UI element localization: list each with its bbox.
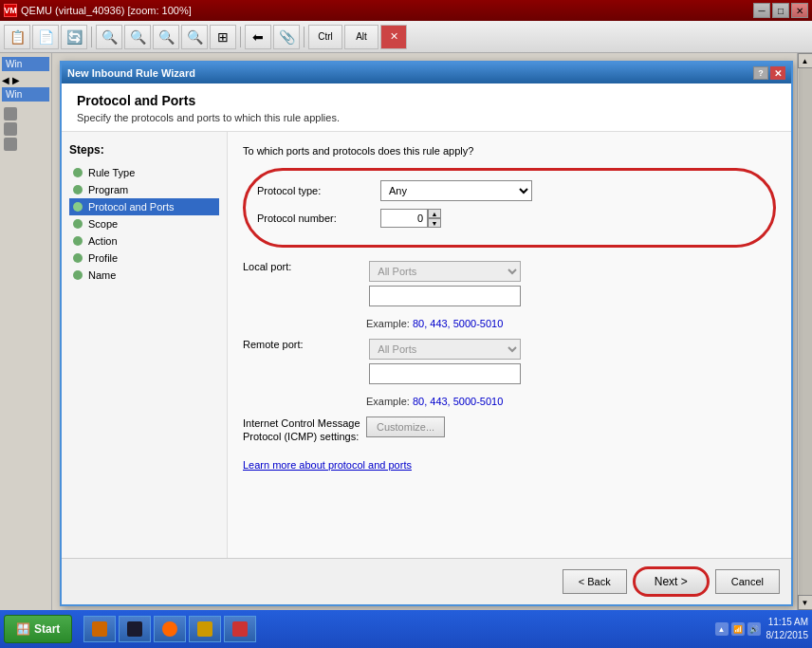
app-icon: VM xyxy=(4,4,17,17)
spin-up-button[interactable]: ▲ xyxy=(428,209,441,218)
toolbar-power-button[interactable]: ✕ xyxy=(380,25,407,49)
step-label-scope: Scope xyxy=(88,218,118,230)
toolbar-fullscreen-button[interactable]: ⊞ xyxy=(210,25,236,49)
wizard-help-button[interactable]: ? xyxy=(753,66,768,80)
protocol-type-select[interactable]: Any xyxy=(380,180,532,201)
local-port-select-row: All Ports xyxy=(369,261,521,282)
tray-icon-1[interactable]: ▲ xyxy=(715,622,729,636)
step-dot-program xyxy=(73,185,83,194)
main-scrollbar[interactable]: ▲ ▼ xyxy=(797,53,812,610)
app-container: Win ◀ ▶ Win ▲ ▼ New Inbound Rule Wizard … xyxy=(0,53,812,610)
step-scope[interactable]: Scope xyxy=(69,215,219,232)
start-label: Start xyxy=(34,622,60,636)
taskbar-item-explorer[interactable] xyxy=(83,616,116,642)
remote-port-select[interactable]: All Ports xyxy=(369,339,521,360)
local-port-example-link[interactable]: 80, 443, 5000-5010 xyxy=(413,318,503,329)
remote-port-example-link[interactable]: 80, 443, 5000-5010 xyxy=(413,396,503,407)
step-action[interactable]: Action xyxy=(69,232,219,250)
title-bar: VM QEMU (virtual_40936) [zoom: 100%] ─ □… xyxy=(0,0,812,21)
taskbar-item-terminal[interactable] xyxy=(119,616,151,642)
step-protocol-ports[interactable]: Protocol and Ports xyxy=(69,198,219,215)
step-dot-rule-type xyxy=(73,168,83,177)
protocol-number-control: ▲ ▼ xyxy=(380,209,762,228)
step-dot-scope xyxy=(73,219,83,229)
taskbar-item-browser[interactable] xyxy=(154,616,186,642)
local-port-select[interactable]: All Ports xyxy=(369,261,521,282)
start-icon: 🪟 xyxy=(16,622,30,636)
clock[interactable]: 11:15 AM 8/12/2015 xyxy=(766,616,809,642)
wizard-close-button[interactable]: ✕ xyxy=(770,66,785,80)
icmp-label: Internet Control Message Protocol (ICMP)… xyxy=(243,417,366,444)
remote-port-label: Remote port: xyxy=(243,339,366,350)
protocol-number-input[interactable] xyxy=(380,209,428,228)
toolbar-zoom-reset-button[interactable]: 🔍 xyxy=(181,25,208,49)
side-nav-back[interactable]: ◀ ▶ xyxy=(2,75,49,85)
main-window: ▲ ▼ New Inbound Rule Wizard ? ✕ Protocol… xyxy=(52,53,812,610)
side-icon-3[interactable] xyxy=(4,138,17,151)
protocol-number-label: Protocol number: xyxy=(257,213,380,224)
taskbar-tray: ▲ 📶 🔊 11:15 AM 8/12/2015 xyxy=(715,616,809,642)
protocol-type-label: Protocol type: xyxy=(257,185,380,196)
toolbar-usb-button[interactable]: 📎 xyxy=(273,25,300,49)
step-program[interactable]: Program xyxy=(69,181,219,198)
step-label-action: Action xyxy=(88,235,118,247)
toolbar-new-button[interactable]: 📋 xyxy=(4,25,30,49)
toolbar-zoom-in-button[interactable]: 🔍 xyxy=(96,25,122,49)
wizard-header-title: Protocol and Ports xyxy=(77,93,776,108)
remote-port-section: Remote port: All Ports xyxy=(243,339,776,386)
remote-port-controls: All Ports xyxy=(369,339,521,386)
scroll-track xyxy=(799,68,812,595)
step-dot-protocol-ports xyxy=(73,202,83,212)
clock-time: 11:15 AM xyxy=(766,616,809,629)
tray-icon-volume[interactable]: 🔊 xyxy=(747,622,761,636)
content-question: To which ports and protocols does this r… xyxy=(243,145,776,157)
side-panel-sub: Win xyxy=(2,87,49,102)
toolbar-refresh-button[interactable]: 🔄 xyxy=(61,25,87,49)
protocol-type-control: Any xyxy=(380,180,762,201)
minimize-button[interactable]: ─ xyxy=(753,3,770,18)
toolbar-ctrl-button[interactable]: Ctrl xyxy=(308,25,342,49)
scroll-up-button[interactable]: ▲ xyxy=(798,53,813,68)
step-label-profile: Profile xyxy=(88,252,118,264)
steps-label: Steps: xyxy=(69,143,219,157)
remote-port-text-input[interactable] xyxy=(369,363,521,384)
scroll-down-button[interactable]: ▼ xyxy=(798,595,813,610)
step-profile[interactable]: Profile xyxy=(69,250,219,267)
step-dot-name xyxy=(73,270,83,280)
taskbar-icon-explorer xyxy=(92,621,107,637)
remote-port-example: Example: 80, 443, 5000-5010 xyxy=(366,396,776,407)
local-port-text-input[interactable] xyxy=(369,286,521,306)
taskbar-item-files[interactable] xyxy=(189,616,221,642)
start-button[interactable]: 🪟 Start xyxy=(4,615,72,643)
oval-highlight: Protocol type: Any Protocol number: xyxy=(243,168,776,248)
step-dot-action xyxy=(73,236,83,246)
step-rule-type[interactable]: Rule Type xyxy=(69,164,219,181)
local-port-example: Example: 80, 443, 5000-5010 xyxy=(366,318,776,329)
toolbar-zoom-out-button[interactable]: 🔍 xyxy=(124,25,151,49)
content-area: To which ports and protocols does this r… xyxy=(228,132,791,558)
next-button[interactable]: Next > xyxy=(633,566,710,597)
wizard-title-bar: New Inbound Rule Wizard ? ✕ xyxy=(62,63,791,83)
toolbar-open-button[interactable]: 📄 xyxy=(32,25,59,49)
toolbar-separator-1 xyxy=(91,27,92,47)
toolbar-alt-button[interactable]: Alt xyxy=(344,25,378,49)
side-icon-2[interactable] xyxy=(4,122,17,136)
taskbar-icon-browser xyxy=(162,621,177,637)
back-button[interactable]: < Back xyxy=(563,569,627,594)
customize-button[interactable]: Customize... xyxy=(366,417,445,437)
taskbar-item-app[interactable] xyxy=(224,616,256,642)
toolbar: 📋 📄 🔄 🔍 🔍 🔍 🔍 ⊞ ⬅ 📎 Ctrl Alt ✕ xyxy=(0,21,812,53)
step-label-rule-type: Rule Type xyxy=(88,167,135,178)
toolbar-back-button[interactable]: ⬅ xyxy=(245,25,271,49)
cancel-button[interactable]: Cancel xyxy=(715,569,780,594)
icmp-section: Internet Control Message Protocol (ICMP)… xyxy=(243,417,776,444)
close-button[interactable]: ✕ xyxy=(791,3,808,18)
step-name[interactable]: Name xyxy=(69,267,219,284)
protocol-number-row: Protocol number: ▲ ▼ xyxy=(257,209,762,228)
toolbar-zoom-fit-button[interactable]: 🔍 xyxy=(153,25,179,49)
learn-more-link[interactable]: Learn more about protocol and ports xyxy=(243,459,776,471)
maximize-button[interactable]: □ xyxy=(772,3,789,18)
spin-down-button[interactable]: ▼ xyxy=(428,218,441,228)
side-icon-1[interactable] xyxy=(4,107,17,120)
tray-icon-network[interactable]: 📶 xyxy=(731,622,745,636)
